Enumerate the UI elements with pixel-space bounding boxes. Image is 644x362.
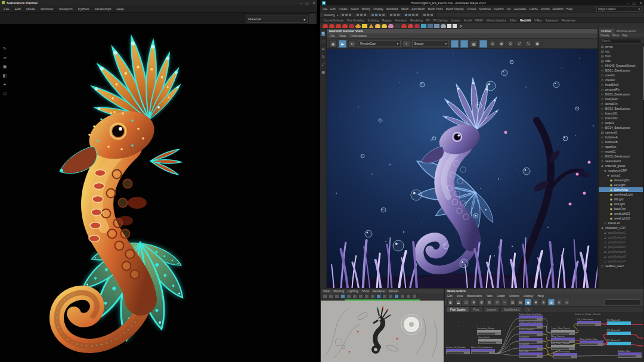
ne-toolbar-icon-13[interactable]: ◍ (548, 299, 555, 305)
shelf-tab-rendering[interactable]: Rendering (410, 19, 423, 22)
ne-menu-help[interactable]: Help (538, 294, 544, 298)
maximize-icon[interactable]: ▢ (305, 1, 309, 5)
toolbox-tool-2[interactable]: ⊕ (321, 47, 324, 51)
status-icon[interactable] (375, 14, 377, 16)
sp-menu-help[interactable]: Help (116, 7, 123, 11)
outliner-item-sparkles[interactable]: ◇sparkles (599, 144, 644, 149)
graph-node-panels-disp-greyscale2[interactable]: Panels_Disp_GreyScale2 (519, 321, 543, 329)
graph-node-rs-material3[interactable]: RS_Material3 (607, 339, 631, 345)
maya-menu-uv[interactable]: UV (507, 7, 511, 11)
ne-menu-bookmarks[interactable]: Bookmarks (467, 294, 482, 298)
outliner-item-keylight[interactable]: ◉keyLight (599, 182, 644, 187)
ne-toolbar-icon-1[interactable]: ⬓ (455, 299, 462, 305)
vp-toolbar-icon-10[interactable] (382, 294, 387, 299)
sp-tool-[interactable]: ▣ (3, 64, 7, 69)
outliner-item-bg05-baselayout[interactable]: ◇BG05_BaseLayout (599, 154, 644, 159)
status-icon[interactable] (360, 14, 363, 16)
maya-menu-select[interactable]: Select (351, 7, 359, 11)
concept-sketch-view[interactable] (321, 301, 444, 362)
outliner-item-bg03-baselayout[interactable]: ◇BG03_BaseLayout (599, 106, 644, 111)
camera-select[interactable]: RenderCam▾ (358, 40, 401, 47)
sp-menu-viewport[interactable]: Viewport (58, 7, 72, 11)
shelf-tab-substance[interactable]: Substance (545, 19, 558, 22)
vp-menu-panels[interactable]: Panels (389, 289, 398, 293)
start-ipr-button[interactable]: ▶ (339, 40, 346, 48)
ne-toolbar-icon-5[interactable]: ⊟ (486, 299, 493, 305)
sp-tool-[interactable]: ⬡ (3, 91, 7, 96)
outliner-menu-show[interactable]: Show (612, 34, 619, 37)
toolbox-tool-0[interactable]: ↖ (321, 32, 324, 36)
ne-toolbar-icon-7[interactable]: ✂ (501, 299, 508, 305)
status-icon[interactable] (371, 14, 374, 16)
ne-menu-options[interactable]: Options (509, 294, 519, 298)
maya-menu-curves[interactable]: Curves (467, 7, 476, 11)
rsrv-round-icon-4[interactable]: ⤡ (525, 40, 532, 47)
outliner-item-polysurface5[interactable]: ▱polySurface5 (599, 249, 644, 254)
ne-tab-fins[interactable]: Fins (470, 307, 482, 312)
outliner-item-front[interactable]: ▤front (599, 54, 644, 58)
rendered-image[interactable] (327, 49, 597, 289)
status-icon[interactable] (382, 14, 385, 16)
vp-toolbar-icon-9[interactable] (376, 294, 381, 299)
ne-menu-graph[interactable]: Graph (497, 294, 505, 298)
ne-toolbar-icon-3[interactable]: ✥ (470, 299, 477, 305)
shelf-tab-sculpting[interactable]: Sculpting (368, 19, 379, 22)
maya-menu-mesh-display[interactable]: Mesh Display (446, 7, 464, 11)
sp-menu-file[interactable]: File (4, 7, 10, 11)
outliner-item-top[interactable]: ▤top (599, 49, 644, 54)
vp-toolbar-icon-5[interactable] (352, 294, 357, 299)
outliner-item-bubblesa[interactable]: ◇bubblesA (599, 135, 644, 140)
sp-menu-mode[interactable]: Mode (26, 7, 35, 11)
outliner-item-domelight1[interactable]: ◉domeLight1 (599, 178, 644, 182)
outliner-item-bubblesb[interactable]: ◇bubblesB (599, 140, 644, 144)
refresh-icon[interactable]: ↻ (348, 40, 356, 48)
outliner-item-pectoralfin[interactable]: ◇pectoralFin (599, 87, 644, 92)
ne-tab-leaves[interactable]: Leaves (483, 307, 500, 312)
toggle-c-button[interactable] (479, 40, 487, 48)
outliner-item-crest01[interactable]: ◇crest01 (599, 73, 644, 78)
status-icon[interactable] (397, 14, 400, 16)
toolbox-tool-1[interactable]: ⬚ (321, 39, 325, 44)
ne-toolbar-icon-6[interactable]: ⟲ (494, 299, 500, 305)
graph-node-geo-switch[interactable]: Geo_Switch (478, 336, 502, 344)
shelf-tab-animation[interactable]: Animation (395, 19, 407, 22)
shelf-tab-v-ray[interactable]: V-Ray (534, 19, 541, 22)
outliner-item-camera1[interactable]: ▤camera1 (599, 130, 644, 135)
rsrv-round-icon-2[interactable]: ⊙ (507, 40, 514, 47)
graph-node-lg-colorcorrect[interactable]: LG_ColorCorrect (577, 318, 601, 326)
outliner-item-polysurface1[interactable]: ▱polySurface1 (599, 230, 644, 235)
viewport-display-mode-select[interactable]: Material ▾ (246, 16, 308, 23)
outliner-item-side[interactable]: ▤side (599, 58, 644, 63)
outliner-item-backrim[interactable]: ◉backRim (599, 206, 644, 211)
outliner-item-persp[interactable]: ▤persp (599, 44, 644, 49)
aov-select[interactable]: Beauty▾ (412, 40, 449, 47)
rsrv-round-icon-0[interactable]: ◎ (489, 40, 496, 47)
sp-menu-python[interactable]: Python (78, 7, 89, 11)
vp-menu-show[interactable]: Show (362, 289, 370, 293)
shelf-tab-arnold[interactable]: Arnold (464, 19, 472, 22)
outliner-item-bg04-baselayout[interactable]: ◇BG04_BaseLayout (599, 125, 644, 130)
outliner-item-polysurface3[interactable]: ▱polySurface3 (599, 240, 644, 245)
maya-menu-edit[interactable]: Edit (330, 7, 336, 11)
minimize-icon[interactable]: – (627, 1, 628, 5)
status-icon[interactable] (345, 14, 348, 16)
outliner-item-branch02[interactable]: ◇branch02 (599, 116, 644, 120)
outliner-item-arealight02[interactable]: ◉areaLight02 (599, 216, 644, 221)
status-icon[interactable] (405, 14, 407, 16)
status-icon[interactable] (423, 14, 426, 16)
maya-menu-create[interactable]: Create (339, 7, 348, 11)
close-icon[interactable]: ✕ (639, 1, 642, 5)
outliner-item-filllight[interactable]: ◉fillLight (599, 197, 644, 202)
ne-menu-view[interactable]: View (457, 294, 463, 298)
shelf-tab-poly-modeling[interactable]: Poly Modeling (347, 19, 364, 22)
status-icon[interactable] (364, 14, 366, 16)
minimize-icon[interactable]: – (300, 1, 302, 5)
ne-toolbar-icon-14[interactable]: ⊚ (556, 299, 562, 305)
toolbox-tool-5[interactable]: ▦ (321, 70, 325, 75)
rsrv-menu-preferences[interactable]: Preferences (351, 34, 367, 38)
outliner-item-group1[interactable]: ◈group1 (599, 173, 644, 178)
close-icon[interactable]: ✕ (312, 1, 315, 5)
toolbox-tool-4[interactable]: ⤢ (322, 63, 325, 67)
vp-menu-lighting[interactable]: Lighting (348, 289, 358, 293)
shelf-tab-renderman[interactable]: Renderman (562, 19, 576, 22)
